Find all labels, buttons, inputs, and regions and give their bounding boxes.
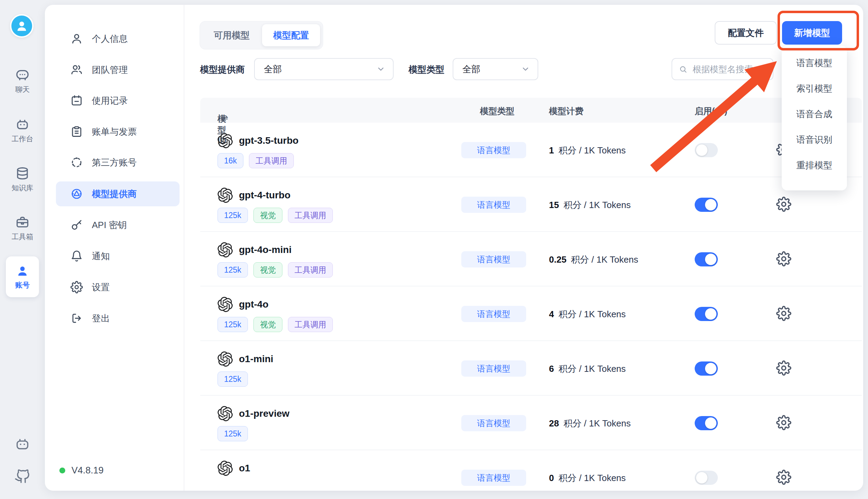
model-tabs: 可用模型模型配置 xyxy=(200,21,323,49)
sidebar-item-第三方账号[interactable]: 第三方账号 xyxy=(56,150,180,175)
provider-filter-select[interactable]: 全部 xyxy=(254,58,394,80)
enable-toggle[interactable] xyxy=(695,471,718,485)
model-type-badge: 语言模型 xyxy=(461,306,526,322)
model-name-cell: o1 xyxy=(218,461,250,476)
sidebar-item-使用记录[interactable]: 使用记录 xyxy=(56,88,180,113)
provider-icon xyxy=(70,188,83,200)
model-tags: 16k工具调用 xyxy=(218,153,294,168)
sidebar-item-设置[interactable]: 设置 xyxy=(56,275,180,300)
model-tag: 125k xyxy=(218,317,248,332)
rail-item-知识库[interactable]: 知识库 xyxy=(0,166,45,193)
model-tag: 工具调用 xyxy=(288,262,333,277)
sidebar-item-模型提供商[interactable]: 模型提供商 xyxy=(56,181,180,206)
add-model-menu-item-语言模型[interactable]: 语言模型 xyxy=(782,50,847,76)
add-model-button[interactable]: 新增模型 xyxy=(782,21,842,45)
bell-icon xyxy=(70,250,83,262)
type-filter-label: 模型类型 xyxy=(408,64,444,76)
model-name-cell: gpt-4o-mini xyxy=(218,242,291,257)
billing-icon xyxy=(70,125,83,138)
model-tags: 125k xyxy=(218,426,248,441)
openai-logo-icon xyxy=(218,188,233,203)
sidebar-item-label: 模型提供商 xyxy=(92,188,137,200)
provider-filter-value: 全部 xyxy=(264,63,282,75)
model-tag: 视觉 xyxy=(253,262,282,277)
rail-item-账号[interactable]: 账号 xyxy=(6,256,39,297)
enable-toggle[interactable] xyxy=(695,198,718,212)
model-tags: 125k xyxy=(218,371,248,387)
row-settings-gear-icon[interactable] xyxy=(776,197,791,212)
workbench-icon xyxy=(15,117,30,132)
model-tag: 125k xyxy=(218,371,248,387)
config-file-button[interactable]: 配置文件 xyxy=(715,21,777,45)
sidebar-item-账单与发票[interactable]: 账单与发票 xyxy=(56,119,180,144)
add-model-menu-item-语音识别[interactable]: 语音识别 xyxy=(782,127,847,152)
tab-模型配置[interactable]: 模型配置 xyxy=(262,24,320,46)
avatar[interactable] xyxy=(10,14,33,38)
table-row: gpt-4-turbo 125k视觉工具调用 语言模型 15 积分 / 1K T… xyxy=(200,177,862,232)
openai-logo-icon xyxy=(218,133,233,148)
knowledge-icon xyxy=(15,166,30,181)
version-indicator: V4.8.19 xyxy=(59,465,104,476)
type-filter-select[interactable]: 全部 xyxy=(453,58,538,80)
tab-可用模型[interactable]: 可用模型 xyxy=(203,24,261,46)
sidebar-item-团队管理[interactable]: 团队管理 xyxy=(56,57,180,82)
version-status-dot xyxy=(59,468,65,473)
col-model-billing: 模型计费 xyxy=(549,105,584,117)
enable-toggle[interactable] xyxy=(695,252,718,266)
type-filter-value: 全部 xyxy=(462,63,480,75)
avatar-user-icon xyxy=(15,19,29,33)
row-settings-gear-icon[interactable] xyxy=(776,360,791,376)
row-settings-gear-icon[interactable] xyxy=(776,470,791,485)
sidebar-item-登出[interactable]: 登出 xyxy=(56,306,180,331)
model-search-input[interactable] xyxy=(692,64,766,75)
add-model-menu-item-重排模型[interactable]: 重排模型 xyxy=(782,152,847,178)
enable-toggle[interactable] xyxy=(695,307,718,321)
row-settings-gear-icon[interactable] xyxy=(776,415,791,430)
model-tag: 工具调用 xyxy=(288,208,333,223)
model-tags: 125k视觉工具调用 xyxy=(218,208,333,223)
toolbox-icon xyxy=(15,215,30,229)
model-tag: 125k xyxy=(218,426,248,441)
github-icon[interactable] xyxy=(0,467,45,484)
model-price: 4 积分 / 1K Tokens xyxy=(549,308,626,320)
rail-item-工作台[interactable]: 工作台 xyxy=(0,117,45,144)
account-icon xyxy=(16,264,29,278)
add-model-menu-item-索引模型[interactable]: 索引模型 xyxy=(782,76,847,101)
chevron-down-icon xyxy=(521,65,530,74)
add-model-menu-item-语音合成[interactable]: 语音合成 xyxy=(782,101,847,127)
sidebar-item-通知[interactable]: 通知 xyxy=(56,244,180,269)
model-name: o1 xyxy=(239,463,250,474)
openai-logo-icon xyxy=(218,297,233,312)
sidebar-item-API 密钥[interactable]: API 密钥 xyxy=(56,213,180,237)
app-rail: 聊天工作台知识库工具箱账号 xyxy=(0,0,45,499)
enable-toggle[interactable] xyxy=(695,361,718,376)
table-row: gpt-3.5-turbo 16k工具调用 语言模型 1 积分 / 1K Tok… xyxy=(200,123,862,177)
row-settings-gear-icon[interactable] xyxy=(776,306,791,321)
model-name-cell: gpt-4o xyxy=(218,297,269,312)
sidebar-divider xyxy=(184,5,184,491)
enable-toggle[interactable] xyxy=(695,416,718,430)
logout-icon xyxy=(70,312,83,324)
rail-robot-icon[interactable] xyxy=(0,436,45,452)
rail-item-工具箱[interactable]: 工具箱 xyxy=(0,215,45,242)
model-type-badge: 语言模型 xyxy=(461,360,526,377)
table-row: gpt-4o 125k视觉工具调用 语言模型 4 积分 / 1K Tokens xyxy=(200,286,862,341)
enable-toggle[interactable] xyxy=(695,143,718,157)
usage-icon xyxy=(70,94,83,107)
table-row: o1-mini 125k 语言模型 6 积分 / 1K Tokens xyxy=(200,341,862,396)
sidebar-item-个人信息[interactable]: 个人信息 xyxy=(56,26,180,51)
add-model-menu: 语言模型索引模型语音合成语音识别重排模型 xyxy=(782,46,847,190)
chat-icon xyxy=(15,68,30,82)
openai-logo-icon xyxy=(218,242,233,257)
model-name: o1-preview xyxy=(239,408,289,419)
sort-icon: ⇌ xyxy=(221,113,228,123)
model-type-badge: 语言模型 xyxy=(461,251,526,267)
model-price: 15 积分 / 1K Tokens xyxy=(549,199,631,211)
main-card: 个人信息团队管理使用记录账单与发票第三方账号模型提供商API 密钥通知设置登出 … xyxy=(45,5,863,491)
rail-item-聊天[interactable]: 聊天 xyxy=(0,68,45,94)
row-settings-gear-icon[interactable] xyxy=(776,251,791,266)
search-icon xyxy=(679,65,687,74)
person-icon xyxy=(70,32,83,45)
toggle-knob xyxy=(696,144,707,156)
sidebar-item-label: API 密钥 xyxy=(92,219,127,231)
